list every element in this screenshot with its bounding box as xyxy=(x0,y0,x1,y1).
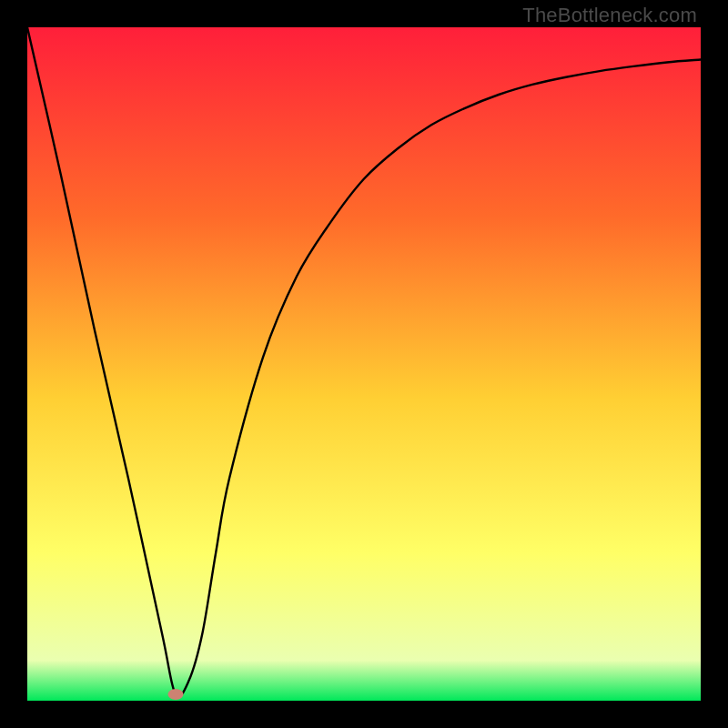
optimal-point-marker xyxy=(167,689,183,700)
bottleneck-curve xyxy=(27,27,701,701)
plot-area xyxy=(27,27,701,701)
chart-frame: TheBottleneck.com xyxy=(0,0,728,728)
watermark-text: TheBottleneck.com xyxy=(522,4,697,27)
